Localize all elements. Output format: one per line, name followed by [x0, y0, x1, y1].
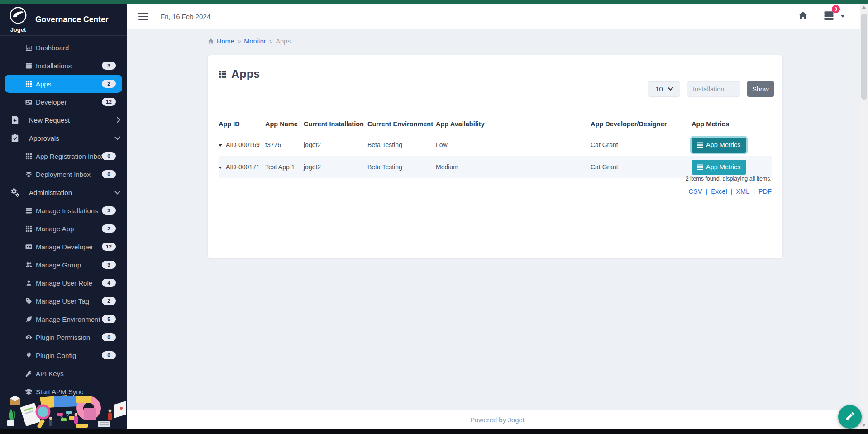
page-title: Apps	[231, 67, 260, 81]
export-link-excel[interactable]: Excel	[711, 188, 727, 195]
sidebar-item-label: Manage Installations	[36, 207, 98, 215]
row-expand-caret-icon[interactable]	[219, 144, 222, 147]
key-icon	[25, 370, 32, 377]
installation-filter-input[interactable]	[687, 81, 740, 97]
cell-current-installation: joget2	[304, 134, 367, 156]
table-row: AID-000169t3776joget2Beta TestingLowCat …	[219, 134, 772, 156]
chevron-down-icon	[114, 189, 120, 195]
column-header-app-availability: App Availability	[436, 118, 591, 134]
sidebar-item-label: Manage App	[36, 225, 74, 233]
sidebar-item-plugin-permission[interactable]: Plugin Permission0	[0, 328, 127, 346]
vertical-scrollbar[interactable]	[860, 4, 868, 429]
sidebar-item-new-request[interactable]: New Request	[0, 111, 127, 129]
sidebar-item-label: Start APM Sync	[36, 388, 83, 396]
export-links: CSV|Excel|XML|PDF	[689, 188, 772, 195]
sidebar-item-label: Approvals	[29, 134, 59, 142]
sidebar-item-manage-developer[interactable]: Manage Developer12	[0, 238, 127, 256]
app-metrics-button[interactable]: App Metrics	[692, 160, 746, 175]
chevron-right-icon	[114, 117, 120, 123]
breadcrumb: Home>Monitor>Apps	[208, 38, 291, 45]
users-icon	[25, 262, 32, 268]
app-metrics-button[interactable]: App Metrics	[692, 138, 746, 153]
inbox-button[interactable]: 0	[822, 9, 835, 24]
sidebar-item-deployment-inbox[interactable]: Deployment Inbox0	[0, 165, 127, 183]
sidebar-item-manage-user-tag[interactable]: Manage User Tag2	[0, 292, 127, 310]
count-badge: 0	[102, 351, 116, 359]
brand[interactable]: Joget Governance Center	[0, 4, 127, 36]
sidebar-item-manage-environment[interactable]: Manage Environment5	[0, 310, 127, 328]
sidebar-item-label: Manage Environment	[36, 315, 100, 323]
count-badge: 4	[102, 279, 116, 287]
id-card-icon	[25, 243, 32, 250]
cell-app-developer: Cat Grant	[591, 134, 692, 156]
show-button[interactable]: Show	[747, 81, 774, 97]
sidebar-item-start-apm-sync[interactable]: Start APM Sync	[0, 382, 127, 401]
sidebar-item-installations[interactable]: Installations3	[0, 57, 127, 75]
sidebar-item-label: Manage User Role	[36, 279, 92, 287]
sidebar-item-app-registration-inbox[interactable]: App Registration Inbox0	[0, 147, 127, 165]
sidebar-item-apps[interactable]: Apps2	[5, 75, 122, 93]
tag-icon	[25, 298, 32, 305]
sidebar-item-administration[interactable]: Administration	[0, 183, 127, 201]
cell-app-metrics: App Metrics	[692, 134, 772, 156]
layers-icon	[25, 388, 32, 395]
main-content: Home>Monitor>Apps Apps 10 Show App IDApp…	[127, 29, 868, 410]
count-badge: 3	[102, 206, 116, 215]
stack-icon	[25, 171, 32, 178]
sidebar-item-label: API Keys	[36, 370, 64, 377]
select-caret-icon	[668, 85, 673, 91]
edit-fab[interactable]	[838, 405, 862, 429]
sidebar-item-label: Apps	[36, 80, 51, 88]
sidebar-item-manage-installations[interactable]: Manage Installations3	[0, 201, 127, 219]
page-footer: Powered by Joget	[127, 410, 868, 429]
sidebar-item-label: Manage User Tag	[36, 297, 89, 305]
export-separator: |	[753, 188, 755, 195]
apps-grid-icon	[219, 70, 227, 78]
results-summary: 2 items found, displaying all items.	[686, 176, 772, 182]
scroll-up-icon[interactable]	[862, 6, 866, 9]
count-badge: 2	[102, 80, 116, 88]
export-link-csv[interactable]: CSV	[689, 188, 702, 195]
pencil-icon	[844, 411, 855, 423]
footer-text: Powered by Joget	[470, 416, 525, 424]
row-expand-caret-icon[interactable]	[219, 167, 222, 169]
breadcrumb-separator: >	[269, 38, 273, 45]
sidebar-item-approvals[interactable]: Approvals	[0, 129, 127, 147]
sidebar-item-api-keys[interactable]: API Keys	[0, 364, 127, 382]
top-accent-strip	[0, 0, 868, 4]
breadcrumb-separator: >	[238, 38, 241, 45]
count-badge: 3	[102, 261, 116, 269]
gears-icon	[10, 188, 19, 197]
breadcrumb-home[interactable]: Home	[217, 38, 234, 45]
export-link-pdf[interactable]: PDF	[758, 188, 772, 195]
clipboard-check-icon	[10, 134, 19, 143]
sidebar-item-label: App Registration Inbox	[36, 153, 105, 160]
current-date: Fri, 16 Feb 2024	[161, 13, 210, 20]
breadcrumb-monitor[interactable]: Monitor	[244, 38, 266, 45]
sidebar-menu: DashboardInstallations3Apps2Developer12N…	[0, 36, 127, 401]
grid-icon	[25, 225, 32, 232]
column-header-current-environment: Current Environment	[367, 118, 436, 134]
brand-name: Joget	[10, 27, 26, 33]
page-size-select[interactable]: 10	[648, 81, 680, 97]
hamburger-menu-button[interactable]	[137, 11, 150, 22]
cell-app-id: AID-000171	[219, 156, 265, 178]
cell-app-developer: Cat Grant	[591, 156, 692, 178]
caret-down-icon[interactable]	[841, 15, 844, 18]
sidebar-item-manage-group[interactable]: Manage Group3	[0, 256, 127, 274]
sidebar-item-plugin-config[interactable]: Plugin Config0	[0, 346, 127, 364]
sidebar-item-manage-user-role[interactable]: Manage User Role4	[0, 274, 127, 292]
sidebar-item-label: Deployment Inbox	[36, 171, 91, 178]
count-badge: 12	[102, 243, 116, 251]
home-button[interactable]	[797, 10, 809, 23]
export-link-xml[interactable]: XML	[736, 188, 749, 195]
sidebar-item-label: Administration	[29, 189, 72, 196]
column-header-app-developer-designer: App Developer/Designer	[591, 118, 692, 134]
scrollbar-thumb[interactable]	[861, 14, 867, 100]
sidebar-item-manage-app[interactable]: Manage App2	[0, 219, 127, 238]
sidebar-item-dashboard[interactable]: Dashboard	[0, 38, 127, 57]
apps-card: Apps 10 Show App IDApp NameCurrent Insta…	[208, 55, 782, 258]
sidebar-item-developer[interactable]: Developer12	[0, 93, 127, 111]
scroll-down-icon[interactable]	[862, 424, 866, 427]
sidebar: Joget Governance Center DashboardInstall…	[0, 4, 127, 429]
